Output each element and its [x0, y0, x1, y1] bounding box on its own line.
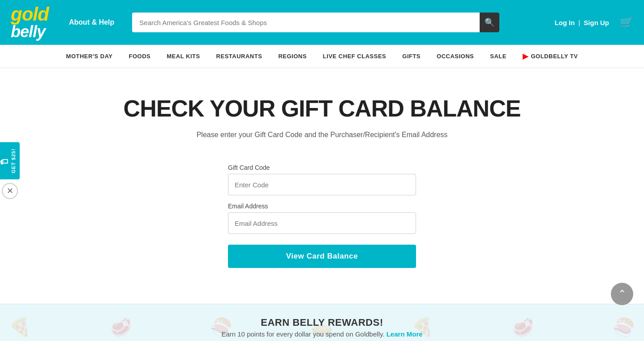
- close-promo-button[interactable]: ✕: [2, 183, 18, 199]
- gift-card-label: Gift Card Code: [228, 164, 416, 171]
- promo-coupon-icon: 🏷: [0, 158, 8, 166]
- search-input[interactable]: [132, 13, 499, 32]
- gift-card-input[interactable]: [228, 174, 416, 195]
- nav-item-gifts[interactable]: GIFTS: [394, 45, 429, 68]
- login-link[interactable]: Log In: [554, 19, 575, 26]
- gift-card-form: Gift Card Code Email Address View Card B…: [228, 157, 416, 268]
- promo-tab[interactable]: GET $25! 🏷: [0, 142, 20, 180]
- search-bar: 🔍: [132, 13, 499, 32]
- site-header: GOLD BeLLY About & Help 🔍 Log In | Sign …: [0, 0, 644, 45]
- about-help-link[interactable]: About & Help: [69, 18, 114, 26]
- nav-item-sale[interactable]: SALE: [482, 45, 515, 68]
- main-content: CHECK YOUR GIFT CARD BALANCE Please ente…: [0, 68, 644, 304]
- nav-goldbelly-tv-label: GOLDBELLY TV: [531, 53, 578, 60]
- email-label: Email Address: [228, 203, 416, 210]
- logo-line1: GOLD: [11, 5, 51, 24]
- auth-divider: |: [578, 19, 580, 26]
- nav-item-goldbelly-tv[interactable]: ▶ GOLDBELLY TV: [515, 45, 586, 68]
- view-card-balance-button[interactable]: View Card Balance: [228, 245, 416, 268]
- site-logo[interactable]: GOLD BeLLY: [11, 5, 51, 40]
- search-icon: 🔍: [485, 17, 494, 27]
- rewards-title: EARN BELLY REWARDS!: [9, 317, 635, 328]
- main-nav: MOTHER'S DAY FOODS MEAL KITS RESTAURANTS…: [0, 45, 644, 68]
- scroll-to-top-button[interactable]: ⌃: [611, 283, 633, 305]
- page-subtitle: Please enter your Gift Card Code and the…: [197, 131, 448, 139]
- close-icon: ✕: [7, 186, 13, 196]
- nav-item-mothers-day[interactable]: MOTHER'S DAY: [58, 45, 121, 68]
- nav-item-live-chef-classes[interactable]: LIVE CHEF CLASSES: [315, 45, 394, 68]
- search-button[interactable]: 🔍: [480, 13, 499, 32]
- chevron-up-icon: ⌃: [618, 288, 626, 300]
- nav-item-foods[interactable]: FOODS: [121, 45, 159, 68]
- signup-link[interactable]: Sign Up: [584, 19, 609, 26]
- header-auth: Log In | Sign Up 🛒: [554, 16, 633, 29]
- promo-text: GET $25!: [11, 148, 16, 173]
- nav-item-restaurants[interactable]: RESTAURANTS: [208, 45, 270, 68]
- cart-icon[interactable]: 🛒: [620, 16, 633, 29]
- youtube-icon: ▶: [523, 52, 528, 60]
- side-promo: GET $25! 🏷 ✕: [0, 142, 20, 199]
- learn-more-link[interactable]: Learn More: [386, 330, 423, 338]
- footer-rewards: 🍕 🥩 🍣 🥧 🍕 🥩 🍣 EARN BELLY REWARDS! Earn 1…: [0, 304, 644, 341]
- nav-item-meal-kits[interactable]: MEAL KITS: [159, 45, 208, 68]
- email-input[interactable]: [228, 212, 416, 234]
- nav-item-occasions[interactable]: OCCASIONS: [429, 45, 482, 68]
- nav-item-regions[interactable]: REGIONS: [270, 45, 314, 68]
- logo-line2: BeLLY: [11, 24, 51, 40]
- rewards-subtitle: Earn 10 points for every dollar you spen…: [9, 330, 635, 338]
- page-title: CHECK YOUR GIFT CARD BALANCE: [124, 95, 521, 122]
